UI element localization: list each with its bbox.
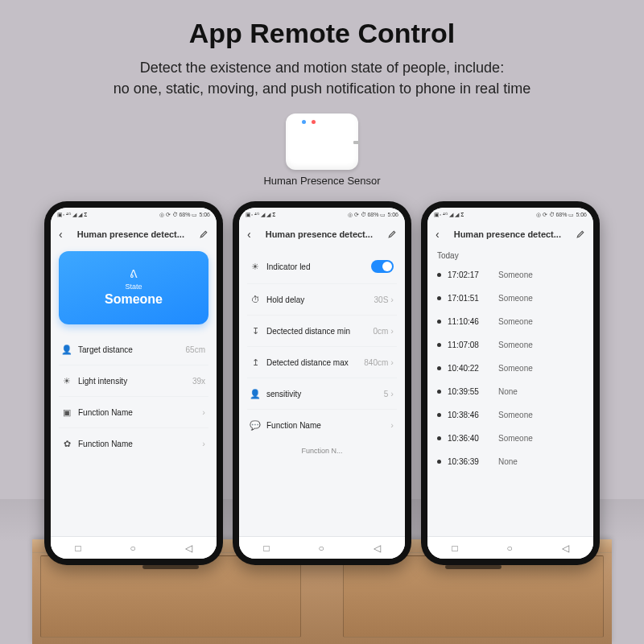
setting-row[interactable]: ▣Function Name› (59, 397, 208, 428)
log-status: Someone (498, 294, 533, 303)
android-navbar: □ ○ ◁ (51, 536, 217, 559)
row-value: › (202, 407, 205, 417)
setting-row[interactable]: 👤Target distance65cm (59, 334, 208, 365)
subtitle-line-2: no one, static, moving, and push notific… (0, 78, 644, 99)
log-status: None (498, 457, 518, 466)
log-row: 10:36:39None (436, 450, 585, 473)
back-button[interactable]: ‹ (247, 228, 251, 241)
device-label: Human Presence Sensor (263, 175, 380, 187)
today-label: Today (436, 246, 585, 263)
toggle-switch[interactable] (371, 260, 394, 273)
row-icon: ✿ (62, 439, 72, 448)
edit-icon[interactable] (199, 229, 208, 239)
log-status: Someone (498, 364, 533, 373)
row-value: 5 › (384, 389, 394, 398)
row-label: Dectected distance min (266, 327, 350, 336)
screen-title: Human presence detect... (77, 229, 184, 239)
android-navbar: □ ○ ◁ (427, 536, 593, 559)
row-value: › (390, 420, 394, 430)
back-button[interactable]: ‹ (59, 228, 63, 241)
setting-row[interactable]: ⏱Hold delay30S › (247, 284, 397, 316)
bullet-icon (437, 343, 441, 347)
row-label: Function Name (78, 440, 133, 448)
state-value: Someone (67, 292, 200, 307)
footer-label: Function N... (247, 440, 397, 461)
bullet-icon (437, 320, 441, 324)
log-status: None (498, 387, 518, 396)
row-label: Indicator led (266, 262, 310, 271)
bullet-icon (437, 460, 441, 464)
log-time: 10:40:22 (448, 364, 492, 373)
row-icon: 👤 (62, 345, 72, 354)
setting-row[interactable]: ↧Dectected distance min0cm › (247, 316, 397, 347)
row-value: 0cm › (373, 326, 394, 336)
row-icon: ↧ (250, 326, 260, 336)
row-value: 30S › (374, 295, 394, 304)
log-row: 17:02:17Someone (436, 263, 585, 287)
chevron-right-icon: › (390, 326, 394, 336)
row-value: 39x (192, 377, 205, 386)
log-status: Someone (498, 434, 533, 443)
log-status: Someone (498, 341, 533, 349)
running-icon: ᕕ (67, 267, 200, 280)
setting-row[interactable]: ☀Light intensity39x (59, 365, 208, 397)
bullet-icon (437, 296, 441, 300)
setting-row[interactable]: 👤sensitivity5 › (247, 378, 397, 410)
nav-back-icon[interactable]: ◁ (185, 543, 192, 554)
row-label: Function Name (78, 408, 133, 417)
bullet-icon (437, 390, 441, 394)
log-time: 10:36:40 (448, 434, 492, 443)
row-icon: ☀ (62, 376, 72, 386)
phone-mockup-1: ▣◦ ⁴ᴳ ◢ ◢ ⵉ◎ ⟳ ⏱ 68% ▭ 5:06 ‹ Human pres… (44, 201, 223, 565)
screen-title: Human presence detect... (454, 229, 561, 239)
nav-recent-icon[interactable]: □ (263, 543, 269, 554)
edit-icon[interactable] (576, 229, 585, 239)
nav-home-icon[interactable]: ○ (318, 543, 324, 554)
row-label: Detected distance max (266, 358, 349, 367)
log-row: 10:38:46Someone (436, 403, 585, 427)
row-label: sensitivity (266, 390, 301, 398)
log-time: 17:02:17 (448, 270, 492, 279)
log-row: 11:10:46Someone (436, 310, 585, 333)
status-bar: ▣◦ ⁴ᴳ ◢ ◢ ⵉ◎ ⟳ ⏱ 68% ▭ 5:06 (239, 208, 405, 222)
page-subtitle: Detect the existence and motion state of… (0, 57, 644, 99)
row-value: › (202, 439, 205, 448)
row-icon: ⏱ (250, 295, 260, 304)
status-bar: ▣◦ ⁴ᴳ ◢ ◢ ⵉ◎ ⟳ ⏱ 68% ▭ 5:06 (51, 208, 217, 222)
edit-icon[interactable] (387, 229, 397, 239)
row-icon: ↥ (250, 357, 260, 367)
bullet-icon (437, 273, 441, 277)
nav-back-icon[interactable]: ◁ (562, 543, 569, 554)
chevron-right-icon: › (390, 357, 394, 367)
state-card: ᕕ State Someone (59, 251, 208, 324)
log-status: Someone (498, 270, 533, 279)
log-row: 11:07:08Someone (436, 333, 585, 357)
nav-home-icon[interactable]: ○ (130, 543, 135, 554)
log-row: 17:01:51Someone (436, 287, 585, 310)
setting-row[interactable]: 💬Function Name › (247, 410, 397, 440)
row-icon: ▣ (62, 407, 72, 417)
setting-row[interactable]: ☀Indicator led (247, 250, 397, 284)
setting-row[interactable]: ↥Detected distance max840cm › (247, 347, 397, 378)
log-row: 10:39:55None (436, 380, 585, 403)
row-label: Hold delay (266, 295, 304, 304)
bullet-icon (437, 366, 441, 370)
log-row: 10:40:22Someone (436, 357, 585, 380)
nav-home-icon[interactable]: ○ (506, 543, 512, 554)
setting-row[interactable]: ✿Function Name› (59, 428, 208, 459)
log-row: 10:36:40Someone (436, 427, 585, 450)
log-status: Someone (498, 411, 533, 419)
bullet-icon (437, 436, 441, 440)
row-label: Function Name (266, 421, 321, 430)
row-value: 840cm › (364, 357, 394, 367)
nav-recent-icon[interactable]: □ (75, 543, 80, 554)
nav-back-icon[interactable]: ◁ (374, 543, 381, 554)
chevron-right-icon: › (390, 389, 394, 398)
log-time: 10:36:39 (448, 457, 492, 466)
page-title: App Remote Control (0, 0, 644, 49)
row-icon: ☀ (250, 262, 260, 271)
nav-recent-icon[interactable]: □ (452, 543, 457, 554)
log-time: 10:38:46 (448, 411, 492, 419)
back-button[interactable]: ‹ (436, 228, 440, 241)
log-status: Someone (498, 317, 533, 326)
